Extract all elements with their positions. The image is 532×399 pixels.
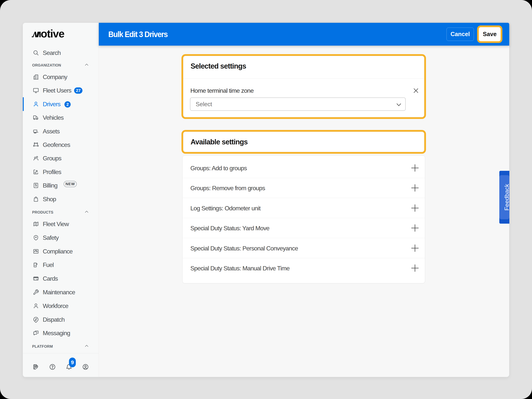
svg-text:otive: otive (41, 28, 64, 38)
